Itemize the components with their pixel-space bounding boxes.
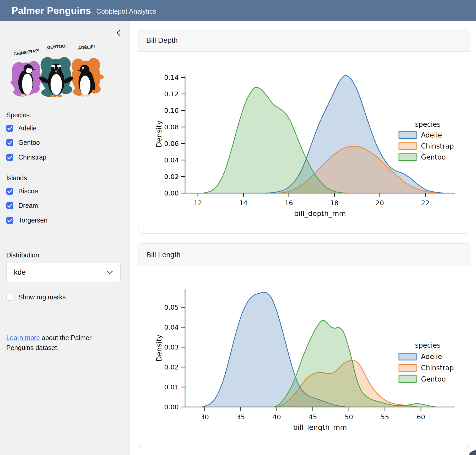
checkbox-species-gentoo[interactable]: Gentoo <box>6 139 40 146</box>
checked-checkbox-icon <box>6 139 13 146</box>
chevron-left-icon <box>115 29 122 36</box>
checkbox-island-torgersen[interactable]: Torgersen <box>6 216 47 224</box>
checkbox-island-biscoe[interactable]: Biscoe <box>6 187 38 195</box>
svg-text:0.02: 0.02 <box>164 363 179 371</box>
bill-length-kde-chart: 0.000.010.020.030.040.0530354045505560bi… <box>138 266 470 448</box>
svg-text:55: 55 <box>381 413 389 421</box>
svg-text:14: 14 <box>239 199 248 207</box>
svg-text:Gentoo: Gentoo <box>421 375 446 383</box>
bill-depth-card-header: Bill Depth <box>138 29 470 52</box>
svg-text:0.00: 0.00 <box>164 403 179 411</box>
svg-text:Chinstrap: Chinstrap <box>421 142 454 150</box>
svg-text:bill_length_mm: bill_length_mm <box>293 423 347 431</box>
svg-text:Adelie: Adelie <box>421 131 442 139</box>
svg-text:0.04: 0.04 <box>164 324 179 331</box>
distribution-select[interactable]: kde <box>6 263 121 282</box>
svg-text:16: 16 <box>285 199 293 207</box>
sidebar-collapse-button[interactable] <box>115 29 122 36</box>
artwork-label-adelie: ADÉLIE! <box>78 44 95 50</box>
svg-text:0.01: 0.01 <box>164 383 179 391</box>
checkbox-label[interactable]: Dream <box>18 202 38 209</box>
svg-text:Gentoo: Gentoo <box>421 153 446 161</box>
svg-text:20: 20 <box>376 199 384 207</box>
svg-text:22: 22 <box>421 199 430 207</box>
learn-more-link[interactable]: Learn more <box>6 334 40 341</box>
bill-length-card: Bill Length 0.000.010.020.030.040.053035… <box>138 243 470 448</box>
unchecked-checkbox-icon <box>6 294 13 301</box>
checkbox-label[interactable]: Torgersen <box>18 216 47 224</box>
artwork-label-chinstrap: CHINSTRAP! <box>13 48 40 56</box>
svg-text:0.03: 0.03 <box>164 343 179 351</box>
svg-text:Adelie: Adelie <box>421 353 442 361</box>
checkbox-species-chinstrap[interactable]: Chinstrap <box>6 153 46 161</box>
checkbox-label[interactable]: Show rug marks <box>18 293 66 301</box>
checked-checkbox-icon <box>6 202 13 209</box>
svg-text:30: 30 <box>201 413 209 421</box>
chevron-down-icon <box>107 271 113 274</box>
svg-text:bill_depth_mm: bill_depth_mm <box>294 209 346 218</box>
svg-text:Density: Density <box>155 120 163 147</box>
app-header: Palmer Penguins Cobblepot Analytics <box>0 0 476 21</box>
svg-text:50: 50 <box>345 413 353 421</box>
checkbox-label[interactable]: Gentoo <box>18 139 40 146</box>
card-title: Bill Length <box>146 251 181 259</box>
checked-checkbox-icon <box>6 154 13 161</box>
checkbox-island-dream[interactable]: Dream <box>6 202 38 209</box>
svg-text:18: 18 <box>330 199 339 207</box>
svg-text:Density: Density <box>155 335 163 362</box>
app-subtitle: Cobblepot Analytics <box>96 7 156 15</box>
distribution-selected-value: kde <box>14 268 26 277</box>
checked-checkbox-icon <box>6 188 13 195</box>
svg-text:45: 45 <box>309 413 317 421</box>
svg-text:0.14: 0.14 <box>164 74 179 81</box>
svg-text:0.05: 0.05 <box>164 304 179 311</box>
svg-text:12: 12 <box>194 199 202 207</box>
svg-text:60: 60 <box>417 413 425 421</box>
bill-depth-card: Bill Depth 0.000.020.040.060.080.100.120… <box>138 29 470 234</box>
svg-text:0.12: 0.12 <box>164 90 179 98</box>
sidebar: CHINSTRAP! GENTOO! ADÉLIE! Species: Adel… <box>0 21 129 455</box>
learn-more-text: Learn more about the Palmer Penguins dat… <box>6 333 120 353</box>
svg-text:species: species <box>415 120 440 128</box>
bill-length-plot: 0.000.010.020.030.040.0530354045505560bi… <box>138 266 470 448</box>
svg-text:40: 40 <box>273 413 281 421</box>
penguins-artwork-image: CHINSTRAP! GENTOO! ADÉLIE! <box>7 39 112 100</box>
svg-text:35: 35 <box>237 413 245 421</box>
distribution-label: Distribution: <box>6 251 41 259</box>
svg-text:0.02: 0.02 <box>164 173 179 181</box>
checked-checkbox-icon <box>6 125 13 132</box>
islands-section-label: Islands: <box>6 174 29 182</box>
artwork-label-gentoo: GENTOO! <box>47 43 67 50</box>
svg-text:0.00: 0.00 <box>164 189 179 197</box>
species-section-label: Species: <box>6 111 31 119</box>
svg-text:species: species <box>415 341 440 349</box>
bill-length-card-header: Bill Length <box>138 244 470 266</box>
svg-text:0.06: 0.06 <box>164 140 179 147</box>
checkbox-show-rug-marks[interactable]: Show rug marks <box>6 293 66 301</box>
card-title: Bill Depth <box>146 36 178 45</box>
main-content: Bill Depth 0.000.020.040.060.080.100.120… <box>129 21 476 455</box>
checkbox-label[interactable]: Adelie <box>18 124 37 132</box>
svg-text:0.10: 0.10 <box>164 107 179 114</box>
bill-depth-kde-chart: 0.000.020.040.060.080.100.120.1412141618… <box>138 52 470 234</box>
svg-text:0.08: 0.08 <box>164 123 179 131</box>
bill-depth-plot: 0.000.020.040.060.080.100.120.1412141618… <box>138 52 470 234</box>
app-title: Palmer Penguins <box>12 5 91 16</box>
checkbox-species-adelie[interactable]: Adelie <box>6 124 37 132</box>
checked-checkbox-icon <box>6 217 13 224</box>
checkbox-label[interactable]: Biscoe <box>18 187 38 195</box>
svg-text:Chinstrap: Chinstrap <box>421 364 454 372</box>
checkbox-label[interactable]: Chinstrap <box>18 154 46 161</box>
svg-text:0.04: 0.04 <box>164 156 179 164</box>
